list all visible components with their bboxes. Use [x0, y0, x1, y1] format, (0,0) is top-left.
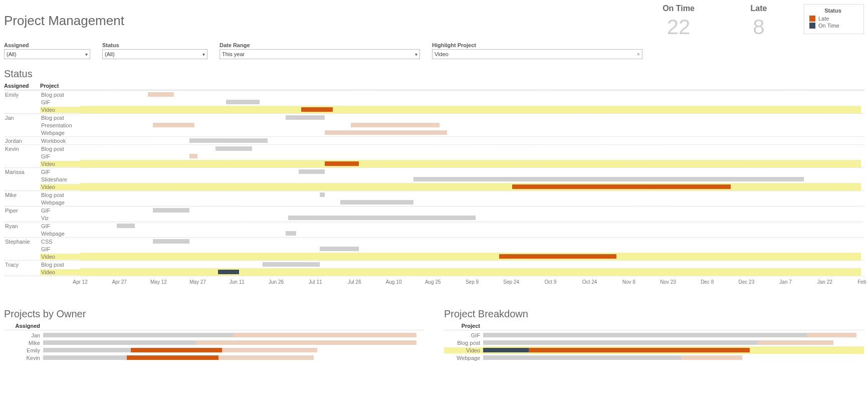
gantt-row[interactable]: JanBlog post: [4, 114, 864, 121]
gantt-row[interactable]: Video: [4, 268, 864, 276]
stacked-segment[interactable]: [222, 348, 317, 352]
stacked-track: [43, 331, 424, 339]
axis-tick: Feb 6: [857, 279, 868, 285]
stacked-track: [43, 346, 424, 354]
gantt-row[interactable]: TracyBlog post: [4, 261, 864, 268]
stacked-row[interactable]: Mike: [4, 339, 424, 346]
filter-daterange-select[interactable]: This year: [220, 49, 420, 59]
gantt-row[interactable]: RyanGIF: [4, 222, 864, 230]
gantt-row[interactable]: Viz: [4, 214, 864, 222]
gantt-project-label: GIF: [40, 246, 80, 252]
gantt-row[interactable]: KevinBlog post: [4, 145, 864, 152]
gantt-project-label: GIF: [40, 208, 80, 214]
gantt-bar[interactable]: [320, 247, 359, 251]
gantt-bar[interactable]: [117, 224, 135, 228]
gantt-assignee-label: Stephanie: [4, 239, 40, 245]
gantt-assignee-label: Tracy: [4, 262, 40, 268]
gantt-bar[interactable]: [286, 231, 296, 236]
gantt-bar[interactable]: [512, 184, 731, 189]
legend-label-late: Late: [818, 16, 829, 22]
stacked-segment[interactable]: [43, 355, 127, 360]
gantt-row[interactable]: PiperGIF: [4, 207, 864, 214]
gantt-row[interactable]: Video: [4, 160, 864, 167]
legend-item-late[interactable]: Late: [809, 16, 856, 22]
gantt-bar[interactable]: [351, 123, 440, 127]
gantt-bar[interactable]: [153, 208, 189, 213]
filter-daterange-value: This year: [222, 51, 245, 57]
gantt-bar[interactable]: [263, 262, 320, 267]
stacked-segment[interactable]: [195, 340, 416, 345]
filter-status-select[interactable]: (All): [102, 49, 207, 59]
gantt-row[interactable]: GIF: [4, 245, 864, 253]
stacked-segment[interactable]: [43, 348, 131, 352]
gantt-bar[interactable]: [148, 92, 174, 97]
gantt-row[interactable]: MarissaGIF: [4, 168, 864, 175]
gantt-project-label: Video: [40, 254, 80, 260]
gantt-bar[interactable]: [189, 138, 268, 143]
stacked-segment[interactable]: [131, 348, 222, 352]
gantt-bar[interactable]: [499, 254, 616, 259]
stacked-row[interactable]: Video: [444, 346, 864, 354]
legend-item-ontime[interactable]: On Time: [809, 23, 856, 29]
gantt-project-label: GIF: [40, 99, 80, 105]
gantt-bar[interactable]: [320, 192, 325, 197]
stacked-row[interactable]: Kevin: [4, 354, 424, 361]
stacked-segment[interactable]: [43, 333, 234, 337]
gantt-bar[interactable]: [413, 177, 804, 181]
gantt-bar[interactable]: [218, 270, 239, 274]
stacked-row[interactable]: Jan: [4, 331, 424, 339]
stacked-segment[interactable]: [127, 355, 218, 360]
gantt-bar[interactable]: [325, 161, 359, 166]
stacked-segment[interactable]: [219, 355, 314, 360]
stacked-segment[interactable]: [483, 340, 757, 345]
gantt-bar[interactable]: [286, 115, 325, 120]
stacked-row[interactable]: Webpage: [444, 354, 864, 361]
gantt-row[interactable]: Video: [4, 183, 864, 190]
stacked-segment[interactable]: [529, 348, 750, 352]
gantt-bar[interactable]: [288, 216, 476, 220]
gantt-row[interactable]: Slideshare: [4, 175, 864, 183]
gantt-project-label: Webpage: [40, 200, 80, 206]
gantt-bar[interactable]: [189, 154, 197, 158]
gantt-row[interactable]: EmilyBlog post: [4, 91, 864, 98]
gantt-bar[interactable]: [153, 239, 189, 244]
gantt-row[interactable]: Presentation: [4, 121, 864, 129]
gantt-bar[interactable]: [340, 200, 413, 205]
gantt-row[interactable]: JordanWorkbook: [4, 137, 864, 144]
stacked-segment[interactable]: [483, 348, 529, 352]
gantt-assignee-label: Emily: [4, 92, 40, 98]
gantt-project-label: GIF: [40, 223, 80, 229]
stacked-segment[interactable]: [43, 340, 195, 345]
stacked-segment[interactable]: [757, 340, 833, 345]
gantt-row[interactable]: GIF: [4, 152, 864, 160]
filter-highlight-input[interactable]: Video ×: [432, 49, 642, 59]
stacked-row[interactable]: Emily: [4, 346, 424, 354]
gantt-row[interactable]: StephanieCSS: [4, 238, 864, 245]
gantt-bar[interactable]: [299, 169, 325, 174]
stacked-segment[interactable]: [234, 333, 416, 337]
clear-icon[interactable]: ×: [637, 51, 640, 57]
stacked-segment[interactable]: [483, 333, 807, 337]
gantt-row[interactable]: Video: [4, 106, 864, 113]
axis-tick: Oct 24: [582, 279, 597, 285]
filter-status-value: (All): [105, 51, 115, 57]
gantt-row[interactable]: Webpage: [4, 199, 864, 206]
gantt-bar[interactable]: [215, 146, 252, 151]
stacked-segment[interactable]: [681, 355, 742, 360]
gantt-bar[interactable]: [301, 107, 332, 112]
stacked-row[interactable]: GIF: [444, 331, 864, 339]
gantt-row[interactable]: Webpage: [4, 129, 864, 136]
gantt-row[interactable]: Webpage: [4, 230, 864, 237]
gantt-row[interactable]: Video: [4, 253, 864, 260]
gantt-bar[interactable]: [325, 130, 447, 135]
gantt-row[interactable]: GIF: [4, 98, 864, 106]
gantt-row[interactable]: MikeBlog post: [4, 191, 864, 199]
gantt-bar[interactable]: [226, 100, 260, 104]
gantt-track: [80, 268, 861, 276]
gantt-col-assigned: Assigned: [4, 83, 40, 89]
stacked-segment[interactable]: [483, 355, 681, 360]
gantt-bar[interactable]: [153, 123, 194, 127]
stacked-row[interactable]: Blog post: [444, 339, 864, 346]
stacked-segment[interactable]: [807, 333, 856, 337]
filter-assigned-select[interactable]: (All): [4, 49, 90, 59]
